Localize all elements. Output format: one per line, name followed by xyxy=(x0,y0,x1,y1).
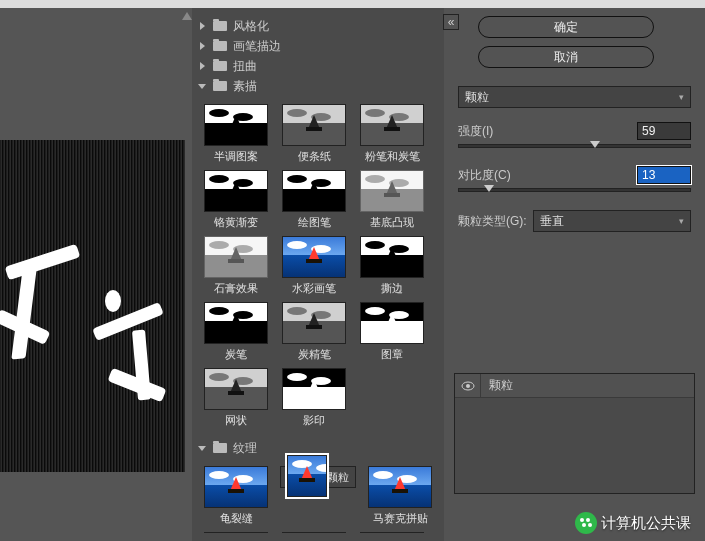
filter-thumb-label: 图章 xyxy=(358,347,426,362)
filter-thumb-label: 马赛克拼贴 xyxy=(366,511,434,526)
chevron-down-icon: ▾ xyxy=(679,216,684,226)
intensity-slider[interactable] xyxy=(458,144,691,148)
filter-thumb-label: 粉笔和炭笔 xyxy=(358,149,426,164)
category-label: 画笔描边 xyxy=(233,38,281,55)
filter-thumb[interactable]: 绘图笔 xyxy=(280,170,348,230)
intensity-control: 强度(I) 59 xyxy=(458,122,691,148)
filter-select-value: 颗粒 xyxy=(465,89,489,106)
filter-thumb[interactable]: 龟裂缝 xyxy=(202,466,270,526)
filter-thumb[interactable]: 图章 xyxy=(358,302,426,362)
filter-thumb-label: 炭精笔 xyxy=(280,347,348,362)
filter-thumb[interactable]: 马赛克拼贴 xyxy=(366,466,434,526)
watermark-text: 计算机公共课 xyxy=(601,514,691,533)
folder-icon xyxy=(213,81,227,91)
scroll-up-icon[interactable] xyxy=(182,12,192,20)
filter-thumb[interactable]: 粉笔和炭笔 xyxy=(358,104,426,164)
filter-thumb-label: 石膏效果 xyxy=(202,281,270,296)
filter-thumb[interactable] xyxy=(280,532,348,533)
contrast-slider[interactable] xyxy=(458,188,691,192)
filter-thumb[interactable]: 水彩画笔 xyxy=(280,236,348,296)
filter-thumb-label: 炭笔 xyxy=(202,347,270,362)
category-brush-strokes[interactable]: 画笔描边 xyxy=(198,36,438,56)
chevron-down-icon: ▾ xyxy=(679,92,684,102)
filter-thumb[interactable]: 基底凸现 xyxy=(358,170,426,230)
category-label: 素描 xyxy=(233,78,257,95)
filter-thumb[interactable]: 石膏效果 xyxy=(202,236,270,296)
filter-thumb[interactable]: 便条纸 xyxy=(280,104,348,164)
collapse-toggle-icon[interactable]: « xyxy=(443,14,459,30)
filter-thumb-label: 半调图案 xyxy=(202,149,270,164)
grain-type-value: 垂直 xyxy=(540,213,564,230)
effect-layers-panel: 颗粒 xyxy=(454,373,695,494)
filter-thumb[interactable]: 铬黄渐变 xyxy=(202,170,270,230)
ok-button[interactable]: 确定 xyxy=(478,16,654,38)
sketch-thumbnail-grid: 半调图案便条纸粉笔和炭笔铬黄渐变绘图笔基底凸现石膏效果水彩画笔撕边炭笔炭精笔图章… xyxy=(198,96,438,438)
filter-thumb-label: 影印 xyxy=(280,413,348,428)
category-label: 纹理 xyxy=(233,440,257,457)
texture-thumbnail-grid: 龟裂缝颗粒马赛克拼贴 xyxy=(198,458,438,533)
filter-thumb-label: 网状 xyxy=(202,413,270,428)
filter-thumb-label: 绘图笔 xyxy=(280,215,348,230)
filter-thumb-label: 便条纸 xyxy=(280,149,348,164)
filter-select[interactable]: 颗粒 ▾ xyxy=(458,86,691,108)
window-titlebar xyxy=(0,0,705,8)
twisty-right-icon xyxy=(198,61,208,71)
contrast-value-input[interactable]: 13 xyxy=(637,166,691,184)
category-distort[interactable]: 扭曲 xyxy=(198,56,438,76)
twisty-right-icon xyxy=(198,21,208,31)
preview-panel xyxy=(0,8,192,541)
filter-thumb-label: 龟裂缝 xyxy=(202,511,270,526)
grain-type-label: 颗粒类型(G): xyxy=(458,213,527,230)
folder-icon xyxy=(213,61,227,71)
filter-thumb-label: 颗粒 xyxy=(327,470,349,485)
effect-layer-label: 颗粒 xyxy=(481,377,513,394)
filter-thumb-label: 铬黄渐变 xyxy=(202,215,270,230)
folder-icon xyxy=(213,41,227,51)
cancel-button[interactable]: 取消 xyxy=(478,46,654,68)
wechat-icon xyxy=(575,512,597,534)
folder-icon xyxy=(213,21,227,31)
folder-icon xyxy=(213,443,227,453)
filter-thumb[interactable]: 半调图案 xyxy=(202,104,270,164)
twisty-down-icon xyxy=(198,443,208,453)
filter-thumb[interactable]: 炭笔 xyxy=(202,302,270,362)
slider-knob-icon[interactable] xyxy=(590,141,600,148)
preview-image[interactable] xyxy=(0,140,185,472)
filter-thumb[interactable]: 颗粒 xyxy=(280,466,356,488)
watermark: 计算机公共课 xyxy=(575,512,691,534)
filter-thumb-label: 水彩画笔 xyxy=(280,281,348,296)
settings-panel: « 确定 取消 颗粒 ▾ 强度(I) 59 对比度(C) 13 xyxy=(444,8,705,541)
filter-thumb[interactable]: 炭精笔 xyxy=(280,302,348,362)
twisty-down-icon xyxy=(198,81,208,91)
intensity-value-input[interactable]: 59 xyxy=(637,122,691,140)
filter-thumb[interactable] xyxy=(202,532,270,533)
filter-thumb[interactable]: 影印 xyxy=(280,368,348,428)
category-label: 扭曲 xyxy=(233,58,257,75)
svg-point-1 xyxy=(466,384,470,388)
filter-thumb[interactable]: 网状 xyxy=(202,368,270,428)
filter-thumb[interactable] xyxy=(358,532,426,533)
contrast-control: 对比度(C) 13 xyxy=(458,166,691,192)
category-sketch[interactable]: 素描 xyxy=(198,76,438,96)
grain-type-select[interactable]: 垂直 ▾ xyxy=(533,210,691,232)
visibility-eye-icon[interactable] xyxy=(455,374,481,397)
filter-thumb-label: 基底凸现 xyxy=(358,215,426,230)
twisty-right-icon xyxy=(198,41,208,51)
filter-thumb-label: 撕边 xyxy=(358,281,426,296)
grain-type-control: 颗粒类型(G): 垂直 ▾ xyxy=(458,210,691,232)
intensity-label: 强度(I) xyxy=(458,123,493,140)
category-stylize[interactable]: 风格化 xyxy=(198,16,438,36)
contrast-label: 对比度(C) xyxy=(458,167,511,184)
category-label: 风格化 xyxy=(233,18,269,35)
filter-gallery-panel: 风格化 画笔描边 扭曲 素描 半调图案便条纸粉笔和炭笔铬黄渐变绘图笔基底凸现石膏… xyxy=(192,8,444,541)
effect-layer-row[interactable]: 颗粒 xyxy=(455,374,694,398)
filter-thumb[interactable]: 撕边 xyxy=(358,236,426,296)
slider-knob-icon[interactable] xyxy=(484,185,494,192)
